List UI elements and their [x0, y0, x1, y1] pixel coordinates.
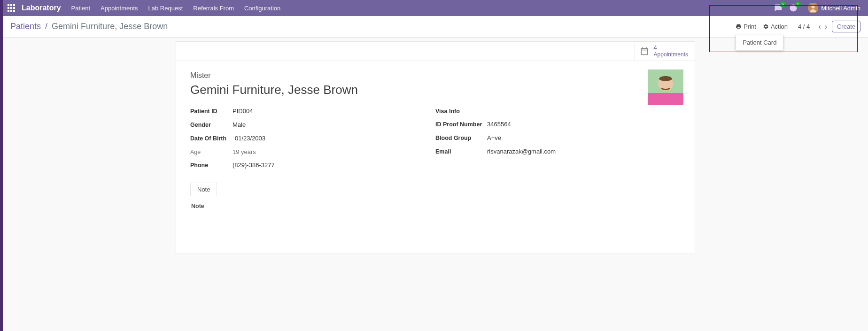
print-dropdown: Patient Card: [736, 35, 783, 50]
value-idproof: 3465564: [487, 120, 511, 130]
label-dob: Date Of Birth: [190, 134, 235, 144]
label-phone: Phone: [190, 161, 232, 170]
label-age: Age: [190, 147, 232, 157]
value-dob: 01/23/2003: [235, 134, 265, 144]
value-blood: A+ve: [487, 133, 501, 143]
tab-note[interactable]: Note: [190, 183, 217, 196]
breadcrumb-sep: /: [45, 22, 47, 31]
action-button[interactable]: Action: [763, 23, 788, 30]
pager-prev-icon[interactable]: ‹: [816, 23, 822, 31]
messages-icon[interactable]: 5: [773, 3, 783, 13]
user-avatar[interactable]: [808, 3, 818, 13]
breadcrumb: Patients / Gemini Furniture, Jesse Brown: [10, 22, 168, 31]
os-left-rail: [0, 0, 3, 254]
value-age: 19 years: [232, 147, 256, 157]
appointments-count: 4: [654, 45, 688, 51]
app-title[interactable]: Laboratory: [22, 4, 61, 12]
form-sheet: 4 Appointments Mister Gemini Furniture, …: [176, 41, 695, 254]
stat-buttons: 4 Appointments: [176, 42, 695, 61]
calendar-icon: [640, 46, 649, 56]
label-note: Note: [191, 203, 680, 209]
label-blood: Blood Group: [435, 133, 487, 143]
label-email: Email: [435, 147, 487, 157]
create-button[interactable]: Create: [832, 21, 860, 32]
print-button[interactable]: Print: [736, 23, 756, 30]
value-phone: (829)-386-3277: [232, 161, 275, 170]
label-patient-id: Patient ID: [190, 107, 232, 116]
value-gender: Male: [232, 120, 246, 130]
print-label: Print: [744, 23, 756, 30]
action-label: Action: [771, 23, 788, 30]
username[interactable]: Mitchell Admin: [821, 5, 860, 12]
breadcrumb-root[interactable]: Patients: [10, 22, 41, 31]
label-idproof: ID Proof Number: [435, 120, 487, 130]
appointments-stat-button[interactable]: 4 Appointments: [635, 42, 695, 61]
messages-badge: 5: [780, 1, 786, 8]
menu-configuration[interactable]: Configuration: [244, 5, 280, 12]
menu-referrals-from[interactable]: Referrals From: [193, 5, 234, 12]
print-icon: [736, 23, 742, 30]
value-email: risvanarazak@gmail.com: [487, 147, 556, 157]
menu-appointments[interactable]: Appointments: [101, 5, 138, 12]
pager-next-icon[interactable]: ›: [823, 23, 829, 31]
label-visa: Visa Info: [435, 107, 487, 116]
patient-prefix: Mister: [190, 71, 681, 80]
menu-lab-request[interactable]: Lab Request: [148, 5, 183, 12]
label-gender: Gender: [190, 120, 232, 130]
tabs: Note: [190, 183, 681, 196]
gear-icon: [763, 23, 769, 30]
value-patient-id: PID004: [232, 107, 253, 116]
patient-name: Gemini Furniture, Jesse Brown: [190, 83, 681, 97]
form-body: Mister Gemini Furniture, Jesse Brown Pat…: [176, 61, 695, 254]
tab-note-content: Note: [190, 196, 681, 239]
content-area: 4 Appointments Mister Gemini Furniture, …: [3, 38, 868, 254]
breadcrumb-current: Gemini Furniture, Jesse Brown: [52, 22, 168, 31]
menu-patient[interactable]: Patient: [71, 5, 90, 12]
print-menu-patient-card[interactable]: Patient Card: [736, 35, 783, 50]
apps-icon[interactable]: [8, 4, 15, 12]
main-navbar: Laboratory Patient Appointments Lab Requ…: [3, 0, 868, 16]
note-area: [191, 209, 680, 233]
appointments-label: Appointments: [654, 51, 688, 58]
patient-photo[interactable]: [648, 69, 683, 105]
activities-icon[interactable]: 1: [788, 3, 798, 13]
pager[interactable]: 4 / 4: [798, 23, 810, 30]
svg-point-1: [812, 5, 815, 8]
activities-badge: 1: [795, 1, 801, 8]
